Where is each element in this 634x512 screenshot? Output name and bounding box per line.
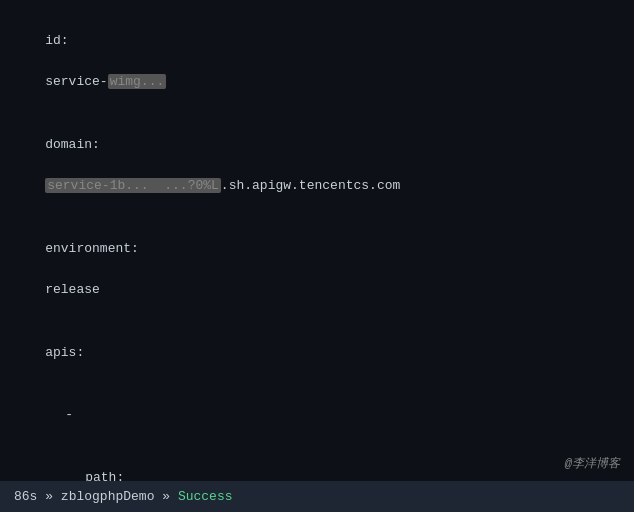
line-domain: domain: service-1b... ...?0%L.sh.apigw.t… [14,114,620,218]
terminal: id: service-wimg... domain: service-1b..… [0,0,634,512]
key-domain: domain: [45,137,100,152]
status-arrow1: » [45,489,61,504]
watermark: @李洋博客 [565,455,620,472]
value-id-prefix: service- [45,74,107,89]
status-bar: 86s » zblogphpDemo » Success [0,481,634,513]
key-apis: apis: [45,345,84,360]
key-id: id: [45,33,68,48]
line-id: id: service-wimg... [14,10,620,114]
status-arrow2: » [162,489,178,504]
status-project: zblogphpDemo [61,489,155,504]
line-apis: apis: [14,322,620,384]
status-success: Success [178,489,233,504]
status-time: 86s [14,489,37,504]
value-id-blurred: wimg... [108,74,167,89]
value-domain-suffix: .sh.apigw.tencentcs.com [221,178,400,193]
value-domain-blurred: service-1b... ...?0%L [45,178,221,193]
key-environment: environment: [45,241,139,256]
value-dash: - [65,407,73,422]
line-environment: environment: release [14,218,620,322]
value-environment: release [45,282,100,297]
line-dash: - [14,384,620,446]
watermark-text: @李洋博客 [565,457,620,471]
